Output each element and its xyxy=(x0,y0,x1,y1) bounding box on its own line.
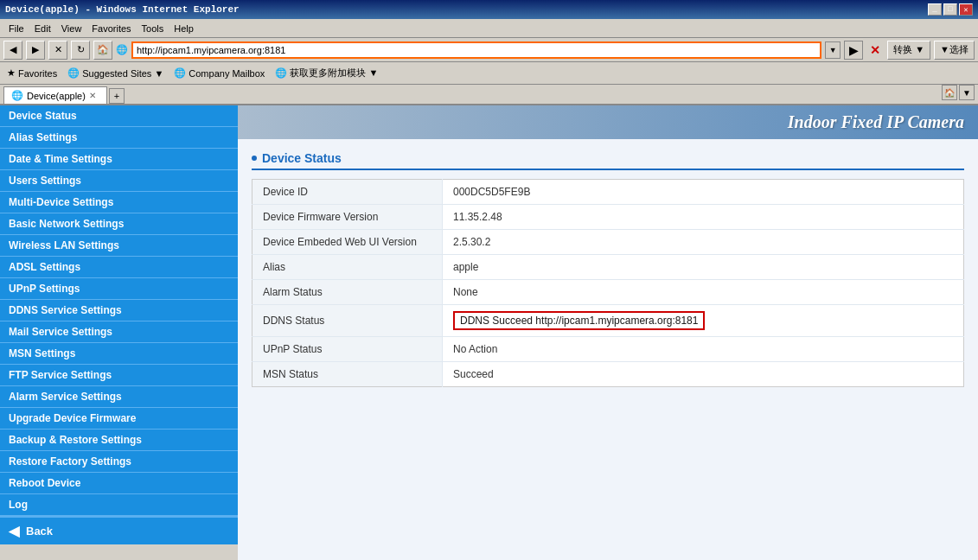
status-label: Device Firmware Version xyxy=(252,205,443,230)
favorites-star[interactable]: ★ Favorites xyxy=(3,67,61,80)
back-arrow-icon: ◀ xyxy=(9,523,19,539)
table-row: Device Firmware Version11.35.2.48 xyxy=(252,205,964,230)
address-bar: ◀ ▶ ✕ ↻ 🏠 🌐 ▼ ▶ ✕ 转换 ▼ ▼选择 xyxy=(0,38,978,62)
sidebar-item-users-settings[interactable]: Users Settings xyxy=(0,170,238,192)
tab-close-x[interactable]: ✕ xyxy=(870,43,880,57)
sidebar-item-reboot-device[interactable]: Reboot Device xyxy=(0,473,238,494)
section-title-text: Device Status xyxy=(262,151,342,165)
sidebar-item-log[interactable]: Log xyxy=(0,494,238,516)
sidebar-item-alarm-service-settings[interactable]: Alarm Service Settings xyxy=(0,386,238,408)
sidebar-item-alias-settings[interactable]: Alias Settings xyxy=(0,127,238,149)
sidebar-item-multi-device-settings[interactable]: Multi-Device Settings xyxy=(0,192,238,213)
tab-close-button[interactable]: ✕ xyxy=(89,91,96,100)
menu-favorites[interactable]: Favorites xyxy=(86,22,136,35)
favorites-bar: ★ Favorites 🌐 Suggested Sites ▼ 🌐 Compan… xyxy=(0,62,978,85)
section-title: Device Status xyxy=(252,151,964,170)
status-value: 000DC5D5FE9B xyxy=(443,180,964,205)
sidebar: Device StatusAlias SettingsDate & Time S… xyxy=(0,105,238,560)
close-button[interactable]: ✕ xyxy=(959,3,973,16)
tab-icon: 🌐 xyxy=(11,90,23,101)
sidebar-item-upgrade-device-firmware[interactable]: Upgrade Device Firmware xyxy=(0,408,238,430)
address-input[interactable] xyxy=(131,41,821,59)
back-button-sidebar[interactable]: ◀ Back xyxy=(0,516,238,544)
table-row: MSN StatusSucceed xyxy=(252,362,964,387)
sidebar-item-wireless-lan-settings[interactable]: Wireless LAN Settings xyxy=(0,235,238,257)
sidebar-item-msn-settings[interactable]: MSN Settings xyxy=(0,343,238,365)
refresh-button[interactable]: ↻ xyxy=(71,41,90,60)
star-icon: ★ xyxy=(7,67,16,79)
table-row: Aliasapple xyxy=(252,255,964,280)
tab-right-icons: 🏠 ▼ xyxy=(942,85,975,100)
menu-file[interactable]: File xyxy=(3,22,29,35)
table-row: Alarm StatusNone xyxy=(252,280,964,305)
status-label: UPnP Status xyxy=(252,337,443,362)
sidebar-item-ddns-service-settings[interactable]: DDNS Service Settings xyxy=(0,300,238,321)
suggested-sites[interactable]: 🌐 Suggested Sites ▼ xyxy=(64,67,167,80)
favorites-label: Favorites xyxy=(18,68,57,79)
table-row: UPnP StatusNo Action xyxy=(252,337,964,362)
menu-view[interactable]: View xyxy=(56,22,87,35)
stop-button[interactable]: ✕ xyxy=(48,41,67,60)
status-label: Alarm Status xyxy=(252,280,443,305)
title-bar: Device(apple) - Windows Internet Explore… xyxy=(0,0,978,19)
status-label: MSN Status xyxy=(252,362,443,387)
forward-button[interactable]: ▶ xyxy=(26,41,45,60)
menu-edit[interactable]: Edit xyxy=(29,22,56,35)
menu-bar: File Edit View Favorites Tools Help xyxy=(0,19,978,38)
sidebar-item-device-status[interactable]: Device Status xyxy=(0,105,238,127)
sidebar-item-restore-factory-settings[interactable]: Restore Factory Settings xyxy=(0,451,238,473)
suggested-sites-label: Suggested Sites ▼ xyxy=(82,68,163,79)
sidebar-item-basic-network-settings[interactable]: Basic Network Settings xyxy=(0,213,238,235)
home-button[interactable]: 🏠 xyxy=(93,41,112,60)
convert-button[interactable]: 转换 ▼ xyxy=(887,41,930,60)
convert-label: 转换 ▼ xyxy=(893,43,924,56)
status-section: Device Status Device ID000DC5D5FE9BDevic… xyxy=(238,139,978,399)
company-mailbox[interactable]: 🌐 Company Mailbox xyxy=(170,67,268,80)
status-value: DDNS Succeed http://ipcam1.myipcamera.or… xyxy=(443,305,964,337)
sidebar-item-upnp-settings[interactable]: UPnP Settings xyxy=(0,278,238,300)
ie-icon-3: 🌐 xyxy=(275,67,287,79)
window-controls: _ □ ✕ xyxy=(928,3,973,16)
status-value: 2.5.30.2 xyxy=(443,230,964,255)
status-value: 11.35.2.48 xyxy=(443,205,964,230)
window-title: Device(apple) - Windows Internet Explore… xyxy=(5,4,928,15)
tab-device-apple[interactable]: 🌐 Device(apple) ✕ xyxy=(3,86,107,104)
ie-icon-2: 🌐 xyxy=(174,67,186,79)
select-button[interactable]: ▼选择 xyxy=(934,41,975,60)
sidebar-item-adsl-settings[interactable]: ADSL Settings xyxy=(0,257,238,278)
get-addons-label: 获取更多附加模块 ▼ xyxy=(290,67,378,80)
status-label: Device ID xyxy=(252,180,443,205)
status-label: Device Embeded Web UI Version xyxy=(252,230,443,255)
address-label: 🌐 xyxy=(116,44,128,55)
sidebar-item-ftp-service-settings[interactable]: FTP Service Settings xyxy=(0,365,238,386)
content-inner: Indoor Fixed IP Camera Device Status Dev… xyxy=(238,105,978,560)
back-button[interactable]: ◀ xyxy=(3,41,22,60)
ie-icon-1: 🌐 xyxy=(67,67,80,79)
settings-tab-icon[interactable]: ▼ xyxy=(959,85,975,100)
menu-tools[interactable]: Tools xyxy=(137,22,169,35)
maximize-button[interactable]: □ xyxy=(943,3,957,16)
content-panel: Indoor Fixed IP Camera Device Status Dev… xyxy=(238,105,978,560)
table-row: Device ID000DC5D5FE9B xyxy=(252,180,964,205)
menu-help[interactable]: Help xyxy=(169,22,199,35)
sidebar-item-date-time-settings[interactable]: Date & Time Settings xyxy=(0,149,238,170)
status-label: Alias xyxy=(252,255,443,280)
sidebar-item-mail-service-settings[interactable]: Mail Service Settings xyxy=(0,321,238,343)
status-table: Device ID000DC5D5FE9BDevice Firmware Ver… xyxy=(252,179,964,387)
status-value: No Action xyxy=(443,337,964,362)
status-value: Succeed xyxy=(443,362,964,387)
go-button[interactable]: ▶ xyxy=(844,41,863,60)
table-row: DDNS StatusDDNS Succeed http://ipcam1.my… xyxy=(252,305,964,337)
company-mailbox-label: Company Mailbox xyxy=(189,68,265,79)
status-value: apple xyxy=(443,255,964,280)
address-dropdown[interactable]: ▼ xyxy=(825,41,841,59)
select-label: ▼选择 xyxy=(940,43,968,56)
sidebar-item-backup-restore-settings[interactable]: Backup & Restore Settings xyxy=(0,430,238,451)
get-addons[interactable]: 🌐 获取更多附加模块 ▼ xyxy=(272,66,381,80)
minimize-button[interactable]: _ xyxy=(928,3,942,16)
brand-header: Indoor Fixed IP Camera xyxy=(238,105,978,139)
new-tab-button[interactable]: + xyxy=(109,88,125,104)
home-tab-icon[interactable]: 🏠 xyxy=(942,85,957,100)
status-label: DDNS Status xyxy=(252,305,443,337)
back-label: Back xyxy=(26,525,53,538)
